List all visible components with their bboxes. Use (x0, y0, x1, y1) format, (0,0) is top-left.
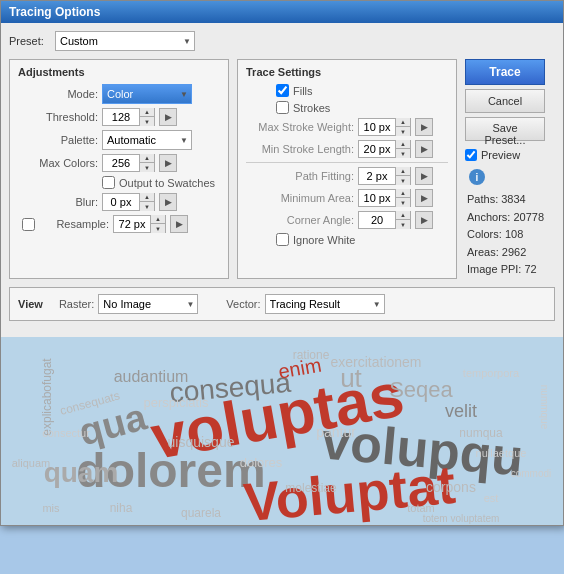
max-colors-up-btn[interactable]: ▲ (140, 154, 154, 163)
max-stroke-weight-arrow-btn[interactable]: ▶ (415, 118, 433, 136)
svg-text:exercitationem: exercitationem (330, 354, 421, 370)
svg-text:numqua: numqua (459, 426, 503, 440)
mode-dropdown-wrapper: Color Grayscale Black and White (102, 84, 192, 104)
min-stroke-length-label: Min Stroke Length: (246, 143, 354, 155)
max-colors-arrow-btn[interactable]: ▶ (159, 154, 177, 172)
dialog-body: Preset: Custom Default Photo Adjustments… (1, 23, 563, 337)
svg-text:totem voluptatem: totem voluptatem (423, 513, 500, 524)
min-stroke-length-input[interactable] (359, 141, 395, 157)
ignore-white-label: Ignore White (293, 234, 355, 246)
raster-select[interactable]: No Image Original Image Adjusted Image (98, 294, 198, 314)
min-stroke-length-down-btn[interactable]: ▼ (396, 149, 410, 158)
resample-row: Resample: ▲ ▼ ▶ (18, 215, 220, 233)
mode-select[interactable]: Color Grayscale Black and White (102, 84, 192, 104)
corner-angle-up-btn[interactable]: ▲ (396, 211, 410, 220)
path-fitting-spinner: ▲ ▼ (358, 167, 411, 185)
svg-text:niha: niha (110, 501, 133, 515)
path-fitting-down-btn[interactable]: ▼ (396, 176, 410, 185)
svg-text:aliquam: aliquam (12, 457, 51, 469)
svg-text:explicabofugat: explicabofugat (40, 358, 54, 436)
vector-select[interactable]: Tracing Result Outlines Outlines with Tr… (265, 294, 385, 314)
palette-row: Palette: Automatic Limited Full Tone (18, 130, 220, 150)
resample-input[interactable] (114, 216, 150, 232)
output-to-swatches-label: Output to Swatches (119, 177, 215, 189)
preset-label: Preset: (9, 35, 49, 47)
minimum-area-up-btn[interactable]: ▲ (396, 189, 410, 198)
max-colors-down-btn[interactable]: ▼ (140, 163, 154, 172)
blur-spinner: ▲ ▼ (102, 193, 155, 211)
max-colors-input[interactable] (103, 155, 139, 171)
minimum-area-arrow-btn[interactable]: ▶ (415, 189, 433, 207)
resample-spinner: ▲ ▼ (113, 215, 166, 233)
threshold-arrow-btn[interactable]: ▶ (159, 108, 177, 126)
blur-spinner-btns: ▲ ▼ (139, 193, 154, 211)
stat-image-ppi: Image PPI: 72 (467, 261, 555, 279)
preview-row: Preview (465, 149, 555, 161)
trace-settings-panel: Trace Settings Fills Strokes Max Stroke … (237, 59, 457, 279)
threshold-row: Threshold: ▲ ▼ ▶ (18, 108, 220, 126)
minimum-area-input[interactable] (359, 190, 395, 206)
min-stroke-length-spinner-btns: ▲ ▼ (395, 140, 410, 158)
raster-group: Raster: No Image Original Image Adjusted… (59, 294, 198, 314)
word-cloud-area: voluptas volupqu dolorem Voluptat qua qu… (1, 337, 563, 525)
ignore-white-checkbox[interactable] (276, 233, 289, 246)
raster-dropdown-wrapper: No Image Original Image Adjusted Image (98, 294, 198, 314)
threshold-input[interactable] (103, 109, 139, 125)
blur-label: Blur: (18, 196, 98, 208)
corner-angle-input[interactable] (359, 212, 395, 228)
svg-text:consectur: consectur (42, 427, 90, 439)
main-area: Adjustments Mode: Color Grayscale Black … (9, 59, 555, 279)
stat-areas: Areas: 2962 (467, 244, 555, 262)
threshold-down-btn[interactable]: ▼ (140, 117, 154, 126)
svg-text:quarela: quarela (181, 506, 221, 520)
blur-up-btn[interactable]: ▲ (140, 193, 154, 202)
strokes-checkbox[interactable] (276, 101, 289, 114)
minimum-area-down-btn[interactable]: ▼ (396, 198, 410, 207)
resample-arrow-btn[interactable]: ▶ (170, 215, 188, 233)
resample-down-btn[interactable]: ▼ (151, 224, 165, 233)
path-fitting-input[interactable] (359, 168, 395, 184)
min-stroke-length-arrow-btn[interactable]: ▶ (415, 140, 433, 158)
trace-button[interactable]: Trace (465, 59, 545, 85)
corner-angle-arrow-btn[interactable]: ▶ (415, 211, 433, 229)
fills-checkbox[interactable] (276, 84, 289, 97)
min-stroke-length-up-btn[interactable]: ▲ (396, 140, 410, 149)
output-to-swatches-checkbox[interactable] (102, 176, 115, 189)
cancel-button[interactable]: Cancel (465, 89, 545, 113)
corner-angle-row: Corner Angle: ▲ ▼ ▶ (246, 211, 448, 229)
path-fitting-up-btn[interactable]: ▲ (396, 167, 410, 176)
max-stroke-weight-input[interactable] (359, 119, 395, 135)
max-stroke-weight-spinner: ▲ ▼ (358, 118, 411, 136)
preset-select[interactable]: Custom Default Photo (55, 31, 195, 51)
view-panel: View Raster: No Image Original Image Adj… (9, 287, 555, 321)
path-fitting-arrow-btn[interactable]: ▶ (415, 167, 433, 185)
threshold-spinner-btns: ▲ ▼ (139, 108, 154, 126)
output-to-swatches-row: Output to Swatches (18, 176, 220, 189)
max-stroke-weight-up-btn[interactable]: ▲ (396, 118, 410, 127)
fills-label: Fills (293, 85, 313, 97)
mode-label: Mode: (18, 88, 98, 100)
vector-label: Vector: (226, 298, 260, 310)
palette-select[interactable]: Automatic Limited Full Tone (102, 130, 192, 150)
save-preset-button[interactable]: Save Preset... (465, 117, 545, 141)
svg-text:audantium: audantium (114, 368, 189, 385)
max-stroke-weight-down-btn[interactable]: ▼ (396, 127, 410, 136)
tracing-options-dialog: Tracing Options Preset: Custom Default P… (0, 0, 564, 526)
info-icon[interactable]: i (469, 169, 485, 185)
blur-down-btn[interactable]: ▼ (140, 202, 154, 211)
dialog-title-bar: Tracing Options (1, 1, 563, 23)
strokes-row: Strokes (246, 101, 448, 114)
min-stroke-length-spinner: ▲ ▼ (358, 140, 411, 158)
palette-label: Palette: (18, 134, 98, 146)
threshold-up-btn[interactable]: ▲ (140, 108, 154, 117)
blur-input[interactable] (103, 194, 139, 210)
resample-up-btn[interactable]: ▲ (151, 215, 165, 224)
resample-checkbox[interactable] (22, 218, 35, 231)
max-colors-row: Max Colors: ▲ ▼ ▶ (18, 154, 220, 172)
blur-row: Blur: ▲ ▼ ▶ (18, 193, 220, 211)
corner-angle-down-btn[interactable]: ▼ (396, 220, 410, 229)
preview-checkbox[interactable] (465, 149, 477, 161)
trace-settings-title: Trace Settings (246, 66, 448, 78)
blur-arrow-btn[interactable]: ▶ (159, 193, 177, 211)
max-colors-spinner: ▲ ▼ (102, 154, 155, 172)
